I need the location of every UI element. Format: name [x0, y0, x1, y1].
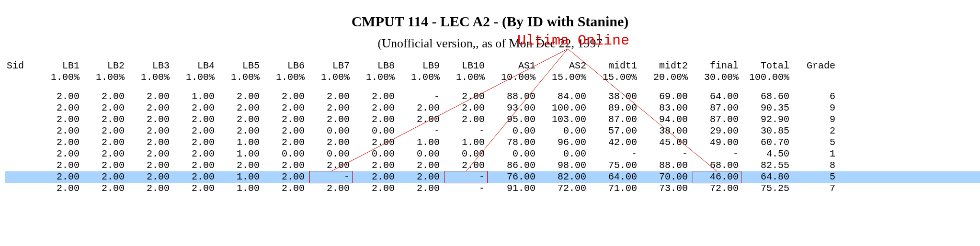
cell: 1.00%	[263, 72, 308, 83]
cell: 70.00	[641, 171, 692, 183]
cell: 2.00	[83, 171, 128, 183]
cell: 0.00	[308, 148, 353, 160]
cell: 68.00	[692, 160, 742, 171]
cell: 2.00	[83, 91, 128, 102]
cell: 84.00	[539, 91, 590, 102]
cell: 2.00	[353, 171, 399, 183]
cell: 2.00	[83, 160, 128, 171]
sid-cell	[5, 114, 38, 125]
cell: 2.00	[308, 160, 353, 171]
cell: 0.00	[263, 148, 308, 160]
cell: 2.00	[128, 114, 173, 125]
cell: 2.00	[353, 137, 399, 148]
cell: -	[308, 171, 353, 183]
cell: 64.00	[590, 171, 641, 183]
cell: 2.00	[173, 137, 218, 148]
sid-cell	[5, 125, 38, 137]
cell: 30.85	[742, 125, 793, 137]
sid-cell	[5, 102, 38, 114]
cell: 87.00	[590, 114, 641, 125]
cell	[793, 72, 839, 83]
cell: 68.60	[742, 91, 793, 102]
cell: 49.00	[692, 137, 742, 148]
cell: 38.00	[641, 125, 692, 137]
cell: 2.00	[263, 91, 308, 102]
cell: -	[641, 148, 692, 160]
cell: 86.00	[489, 160, 539, 171]
sid-cell	[5, 171, 38, 183]
cell: 2.00	[308, 91, 353, 102]
sid-cell	[5, 137, 38, 148]
cell: 2.00	[263, 171, 308, 183]
cell: 2.00	[353, 102, 399, 114]
cell: 30.00%	[692, 72, 742, 83]
cell: 45.00	[641, 137, 692, 148]
cell: 100.00	[539, 102, 590, 114]
cell: 2.00	[38, 171, 83, 183]
cell: 89.00	[590, 102, 641, 114]
sid-cell	[5, 183, 38, 194]
cell: LB2	[83, 60, 128, 72]
cell: 2.00	[308, 137, 353, 148]
cell: 75.25	[742, 183, 793, 194]
cell: 103.00	[539, 114, 590, 125]
cell: 5	[793, 137, 839, 148]
annotation-text: Ultima Online	[517, 33, 629, 49]
cell: 1.00	[218, 171, 263, 183]
cell: -	[692, 148, 742, 160]
cell: 2.00	[353, 114, 399, 125]
cell: -	[590, 148, 641, 160]
sid-cell	[5, 91, 38, 102]
cell: 1.00%	[38, 72, 83, 83]
cell: 42.00	[590, 137, 641, 148]
cell: 87.00	[692, 102, 742, 114]
grades-table: SidLB1LB2LB3LB4LB5LB6LB7LB8LB9LB10AS1AS2…	[5, 60, 980, 194]
cell: 2.00	[353, 160, 399, 171]
cell: 2.00	[399, 102, 444, 114]
cell: 15.00%	[539, 72, 590, 83]
cell: -	[444, 171, 489, 183]
cell: 0.00	[444, 148, 489, 160]
cell: 2.00	[444, 160, 489, 171]
cell: 73.00	[641, 183, 692, 194]
cell: 2.00	[128, 91, 173, 102]
cell: 2.00	[218, 114, 263, 125]
cell: 83.00	[641, 102, 692, 114]
cell: 2.00	[83, 183, 128, 194]
cell: 2.00	[399, 160, 444, 171]
cell: 2	[793, 125, 839, 137]
cell: LB3	[128, 60, 173, 72]
cell: 9	[793, 114, 839, 125]
cell: LB5	[218, 60, 263, 72]
cell: 2.00	[444, 102, 489, 114]
cell: 1.00	[218, 148, 263, 160]
cell: 71.00	[590, 183, 641, 194]
cell: 93.00	[489, 102, 539, 114]
cell: 2.00	[38, 137, 83, 148]
cell: Total	[742, 60, 793, 72]
cell: 0.00	[539, 148, 590, 160]
cell: 2.00	[128, 171, 173, 183]
cell: 82.00	[539, 171, 590, 183]
cell: 2.00	[83, 137, 128, 148]
cell: 2.00	[218, 160, 263, 171]
cell: 87.00	[692, 114, 742, 125]
cell: -	[444, 125, 489, 137]
cell: 2.00	[263, 183, 308, 194]
cell: 98.00	[539, 160, 590, 171]
cell: 1.00%	[83, 72, 128, 83]
cell: 2.00	[128, 125, 173, 137]
cell: 2.00	[38, 160, 83, 171]
cell: 38.00	[590, 91, 641, 102]
cell: 9	[793, 102, 839, 114]
cell: 2.00	[263, 160, 308, 171]
cell: 2.00	[399, 114, 444, 125]
cell: 10.00%	[489, 72, 539, 83]
cell: 75.00	[590, 160, 641, 171]
cell: 88.00	[489, 91, 539, 102]
cell: 2.00	[308, 102, 353, 114]
cell: 2.00	[263, 102, 308, 114]
cell: 2.00	[308, 114, 353, 125]
cell: LB8	[353, 60, 399, 72]
cell: 69.00	[641, 91, 692, 102]
